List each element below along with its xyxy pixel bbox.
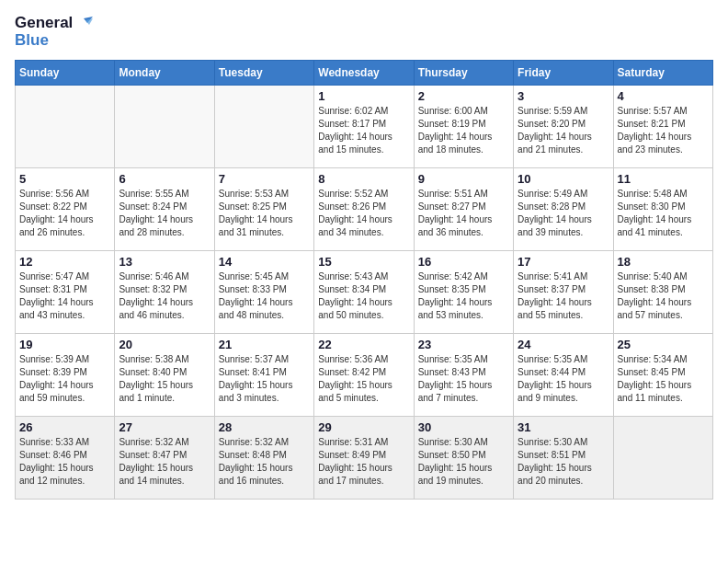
day-number: 21 (219, 338, 310, 351)
day-info: Sunrise: 5:49 AM Sunset: 8:28 PM Dayligh… (518, 188, 609, 239)
day-number: 2 (418, 89, 509, 103)
day-number: 20 (119, 338, 210, 351)
day-info: Sunrise: 5:32 AM Sunset: 8:47 PM Dayligh… (119, 436, 210, 488)
calendar-cell: 7Sunrise: 5:53 AM Sunset: 8:25 PM Daylig… (214, 168, 313, 251)
day-info: Sunrise: 5:35 AM Sunset: 8:44 PM Dayligh… (518, 353, 609, 405)
calendar-cell: 17Sunrise: 5:41 AM Sunset: 8:37 PM Dayli… (514, 251, 613, 334)
day-number: 19 (19, 338, 110, 351)
day-info: Sunrise: 5:30 AM Sunset: 8:50 PM Dayligh… (418, 436, 509, 488)
day-info: Sunrise: 5:36 AM Sunset: 8:42 PM Dayligh… (318, 353, 409, 405)
day-info: Sunrise: 5:47 AM Sunset: 8:31 PM Dayligh… (19, 270, 110, 322)
day-info: Sunrise: 5:37 AM Sunset: 8:41 PM Dayligh… (219, 353, 310, 405)
day-info: Sunrise: 5:41 AM Sunset: 8:37 PM Dayligh… (518, 270, 609, 322)
calendar-cell: 20Sunrise: 5:38 AM Sunset: 8:40 PM Dayli… (115, 334, 214, 417)
calendar-header-row: SundayMondayTuesdayWednesdayThursdayFrid… (16, 61, 713, 86)
day-info: Sunrise: 5:32 AM Sunset: 8:48 PM Dayligh… (219, 436, 310, 488)
day-number: 10 (518, 172, 609, 186)
day-number: 15 (318, 255, 409, 269)
day-info: Sunrise: 5:33 AM Sunset: 8:46 PM Dayligh… (19, 436, 110, 488)
calendar-cell (16, 86, 115, 168)
calendar-cell: 26Sunrise: 5:33 AM Sunset: 8:46 PM Dayli… (16, 417, 115, 500)
day-number: 28 (219, 420, 310, 434)
day-number: 12 (19, 255, 110, 269)
day-info: Sunrise: 5:39 AM Sunset: 8:39 PM Dayligh… (19, 353, 110, 405)
calendar-cell: 6Sunrise: 5:55 AM Sunset: 8:24 PM Daylig… (115, 168, 214, 251)
calendar-day-header: Thursday (414, 61, 513, 86)
day-number: 1 (318, 89, 409, 103)
calendar-cell: 12Sunrise: 5:47 AM Sunset: 8:31 PM Dayli… (16, 251, 115, 334)
calendar-cell: 2Sunrise: 6:00 AM Sunset: 8:19 PM Daylig… (414, 86, 513, 168)
page-header: General Blue (15, 15, 713, 49)
day-info: Sunrise: 5:45 AM Sunset: 8:33 PM Dayligh… (219, 270, 310, 322)
calendar-cell: 29Sunrise: 5:31 AM Sunset: 8:49 PM Dayli… (314, 417, 414, 500)
day-info: Sunrise: 5:55 AM Sunset: 8:24 PM Dayligh… (119, 188, 210, 239)
calendar-week-row: 12Sunrise: 5:47 AM Sunset: 8:31 PM Dayli… (16, 251, 713, 334)
calendar-cell: 18Sunrise: 5:40 AM Sunset: 8:38 PM Dayli… (613, 251, 712, 334)
calendar-cell (214, 86, 313, 168)
day-info: Sunrise: 5:43 AM Sunset: 8:34 PM Dayligh… (318, 270, 409, 322)
logo-bird-icon (74, 17, 93, 29)
day-number: 14 (219, 255, 310, 269)
calendar-week-row: 5Sunrise: 5:56 AM Sunset: 8:22 PM Daylig… (16, 168, 713, 251)
calendar-day-header: Sunday (16, 61, 115, 86)
day-number: 18 (618, 255, 709, 269)
day-info: Sunrise: 5:52 AM Sunset: 8:26 PM Dayligh… (318, 188, 409, 239)
day-number: 17 (518, 255, 609, 269)
calendar-cell: 8Sunrise: 5:52 AM Sunset: 8:26 PM Daylig… (314, 168, 414, 251)
day-number: 6 (119, 172, 210, 186)
day-info: Sunrise: 5:48 AM Sunset: 8:30 PM Dayligh… (618, 188, 709, 239)
day-number: 23 (418, 338, 509, 351)
day-number: 31 (518, 420, 609, 434)
day-info: Sunrise: 5:46 AM Sunset: 8:32 PM Dayligh… (119, 270, 210, 322)
calendar-day-header: Friday (514, 61, 613, 86)
calendar-cell: 9Sunrise: 5:51 AM Sunset: 8:27 PM Daylig… (414, 168, 513, 251)
day-info: Sunrise: 5:35 AM Sunset: 8:43 PM Dayligh… (418, 353, 509, 405)
day-number: 7 (219, 172, 310, 186)
calendar-cell (613, 417, 712, 500)
calendar-cell: 24Sunrise: 5:35 AM Sunset: 8:44 PM Dayli… (514, 334, 613, 417)
day-info: Sunrise: 5:30 AM Sunset: 8:51 PM Dayligh… (518, 436, 609, 488)
day-number: 25 (618, 338, 709, 351)
calendar-cell: 13Sunrise: 5:46 AM Sunset: 8:32 PM Dayli… (115, 251, 214, 334)
day-number: 30 (418, 420, 509, 434)
day-number: 26 (19, 420, 110, 434)
logo: General Blue (15, 15, 93, 49)
day-info: Sunrise: 5:56 AM Sunset: 8:22 PM Dayligh… (19, 188, 110, 239)
day-number: 13 (119, 255, 210, 269)
day-number: 5 (19, 172, 110, 186)
day-number: 24 (518, 338, 609, 351)
calendar-cell: 25Sunrise: 5:34 AM Sunset: 8:45 PM Dayli… (613, 334, 712, 417)
calendar-day-header: Monday (115, 61, 214, 86)
calendar-week-row: 26Sunrise: 5:33 AM Sunset: 8:46 PM Dayli… (16, 417, 713, 500)
calendar-cell: 4Sunrise: 5:57 AM Sunset: 8:21 PM Daylig… (613, 86, 712, 168)
calendar-cell: 15Sunrise: 5:43 AM Sunset: 8:34 PM Dayli… (314, 251, 414, 334)
day-number: 4 (618, 89, 709, 103)
calendar-day-header: Tuesday (214, 61, 313, 86)
calendar-cell: 21Sunrise: 5:37 AM Sunset: 8:41 PM Dayli… (214, 334, 313, 417)
day-number: 9 (418, 172, 509, 186)
calendar-day-header: Wednesday (314, 61, 414, 86)
calendar-cell: 27Sunrise: 5:32 AM Sunset: 8:47 PM Dayli… (115, 417, 214, 500)
day-info: Sunrise: 5:34 AM Sunset: 8:45 PM Dayligh… (618, 353, 709, 405)
calendar-cell: 22Sunrise: 5:36 AM Sunset: 8:42 PM Dayli… (314, 334, 414, 417)
calendar-cell: 5Sunrise: 5:56 AM Sunset: 8:22 PM Daylig… (16, 168, 115, 251)
calendar-cell: 31Sunrise: 5:30 AM Sunset: 8:51 PM Dayli… (514, 417, 613, 500)
day-info: Sunrise: 5:40 AM Sunset: 8:38 PM Dayligh… (618, 270, 709, 322)
calendar-cell: 28Sunrise: 5:32 AM Sunset: 8:48 PM Dayli… (214, 417, 313, 500)
day-number: 16 (418, 255, 509, 269)
calendar-cell: 3Sunrise: 5:59 AM Sunset: 8:20 PM Daylig… (514, 86, 613, 168)
calendar-week-row: 19Sunrise: 5:39 AM Sunset: 8:39 PM Dayli… (16, 334, 713, 417)
day-info: Sunrise: 5:38 AM Sunset: 8:40 PM Dayligh… (119, 353, 210, 405)
day-info: Sunrise: 5:51 AM Sunset: 8:27 PM Dayligh… (418, 188, 509, 239)
calendar-cell: 30Sunrise: 5:30 AM Sunset: 8:50 PM Dayli… (414, 417, 513, 500)
calendar-cell: 11Sunrise: 5:48 AM Sunset: 8:30 PM Dayli… (613, 168, 712, 251)
calendar-cell: 10Sunrise: 5:49 AM Sunset: 8:28 PM Dayli… (514, 168, 613, 251)
day-info: Sunrise: 5:53 AM Sunset: 8:25 PM Dayligh… (219, 188, 310, 239)
day-number: 27 (119, 420, 210, 434)
calendar-cell: 14Sunrise: 5:45 AM Sunset: 8:33 PM Dayli… (214, 251, 313, 334)
day-number: 3 (518, 89, 609, 103)
calendar-cell: 16Sunrise: 5:42 AM Sunset: 8:35 PM Dayli… (414, 251, 513, 334)
calendar-day-header: Saturday (613, 61, 712, 86)
calendar-cell: 23Sunrise: 5:35 AM Sunset: 8:43 PM Dayli… (414, 334, 513, 417)
day-number: 22 (318, 338, 409, 351)
